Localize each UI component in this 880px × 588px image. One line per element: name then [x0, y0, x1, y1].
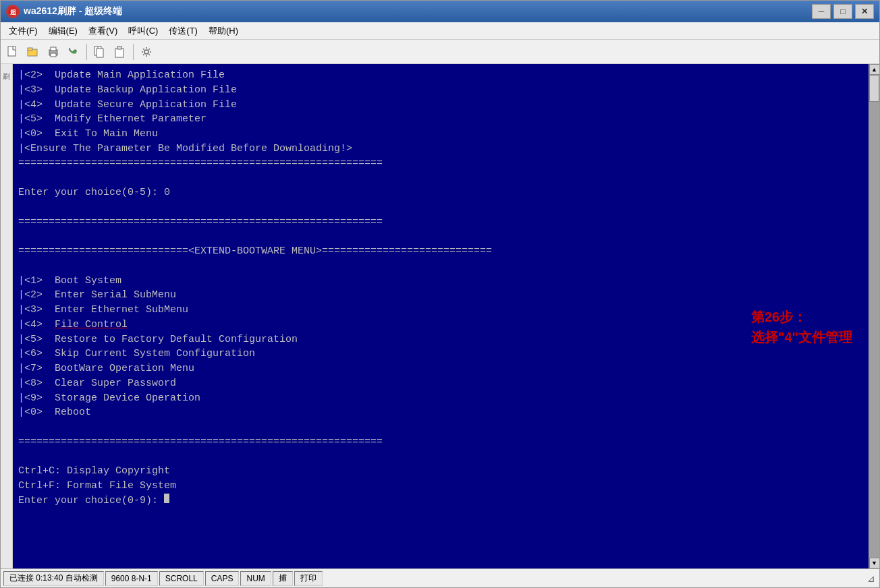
- status-connection: 已连接 0:13:40 自动检测: [3, 571, 104, 586]
- toolbar-settings[interactable]: [137, 42, 156, 61]
- window-title: wa2612刷胖 - 超级终端: [24, 5, 812, 18]
- scrollbar-down-arrow[interactable]: ▼: [869, 558, 880, 568]
- svg-rect-9: [97, 49, 103, 57]
- toolbar-sep-2: [133, 44, 134, 60]
- toolbar: [1, 40, 879, 64]
- toolbar-call[interactable]: [64, 42, 83, 61]
- left-panel: 刷: [1, 64, 13, 568]
- status-print[interactable]: 打印: [294, 571, 323, 586]
- svg-rect-4: [28, 48, 32, 51]
- title-bar: 超 wa2612刷胖 - 超级终端 ─ □ ✕: [1, 1, 879, 22]
- status-scroll[interactable]: SCROLL: [159, 571, 204, 586]
- left-panel-label: 刷: [1, 67, 11, 67]
- status-bar: 已连接 0:13:40 自动检测 9600 8-N-1 SCROLL CAPS …: [1, 568, 879, 587]
- status-baud: 9600 8-N-1: [105, 571, 158, 586]
- terminal-container[interactable]: |<2> Update Main Application File |<3> U…: [13, 64, 879, 568]
- svg-rect-7: [51, 53, 56, 57]
- scrollbar-track[interactable]: [869, 75, 879, 558]
- toolbar-copy-page[interactable]: [90, 42, 109, 61]
- svg-rect-6: [51, 47, 56, 51]
- toolbar-open[interactable]: [24, 42, 43, 61]
- window-controls: ─ □ ✕: [812, 4, 874, 19]
- menu-transfer[interactable]: 传送(T): [163, 24, 203, 38]
- maximize-button[interactable]: □: [833, 4, 852, 19]
- toolbar-paste[interactable]: [111, 42, 130, 61]
- svg-rect-2: [8, 47, 16, 56]
- resize-handle[interactable]: ⊿: [866, 573, 877, 584]
- menu-bar: 文件(F) 编辑(E) 查看(V) 呼叫(C) 传送(T) 帮助(H): [1, 22, 879, 40]
- terminal-scrollbar[interactable]: ▲ ▼: [869, 64, 879, 568]
- menu-call[interactable]: 呼叫(C): [123, 24, 163, 38]
- svg-rect-12: [117, 47, 121, 49]
- svg-text:超: 超: [9, 9, 17, 16]
- terminal-wrapper: |<2> Update Main Application File |<3> U…: [13, 64, 879, 568]
- menu-help[interactable]: 帮助(H): [203, 24, 244, 38]
- app-icon: 超: [6, 5, 20, 18]
- content-area: 刷 |<2> Update Main Application File |<3>…: [1, 64, 879, 568]
- minimize-button[interactable]: ─: [812, 4, 831, 19]
- status-num[interactable]: NUM: [240, 571, 271, 586]
- status-capture[interactable]: 捕: [273, 571, 293, 586]
- svg-rect-11: [115, 49, 123, 57]
- toolbar-print[interactable]: [44, 42, 63, 61]
- menu-edit[interactable]: 编辑(E): [43, 24, 83, 38]
- toolbar-sep-1: [86, 44, 87, 60]
- close-button[interactable]: ✕: [855, 4, 874, 19]
- menu-view[interactable]: 查看(V): [83, 24, 123, 38]
- menu-file[interactable]: 文件(F): [3, 24, 43, 38]
- scrollbar-up-arrow[interactable]: ▲: [869, 64, 880, 75]
- svg-point-13: [144, 50, 148, 54]
- scrollbar-thumb[interactable]: [869, 75, 879, 102]
- toolbar-new[interactable]: [3, 42, 22, 61]
- status-caps[interactable]: CAPS: [205, 571, 240, 586]
- main-window: 超 wa2612刷胖 - 超级终端 ─ □ ✕ 文件(F) 编辑(E) 查看(V…: [0, 0, 880, 588]
- terminal-output[interactable]: |<2> Update Main Application File |<3> U…: [13, 64, 869, 568]
